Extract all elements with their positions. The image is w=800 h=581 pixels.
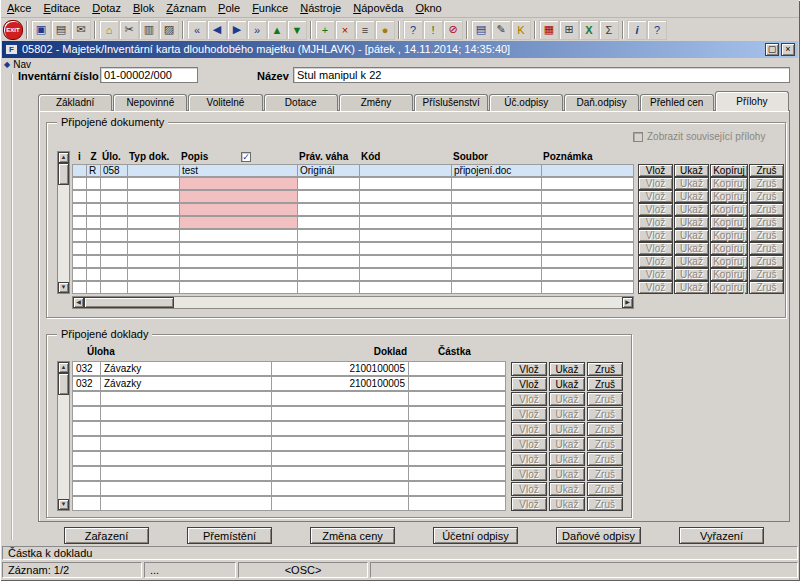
poznamka-cell[interactable] [541,255,634,268]
z-cell[interactable] [86,203,101,216]
menu-pole[interactable]: Pole [212,0,246,17]
z-cell[interactable] [86,216,101,229]
z-cell[interactable] [86,281,101,294]
popis-cell[interactable] [179,216,298,229]
show-related-checkbox[interactable]: Zobrazit související přílohy [633,131,765,143]
popis-filter-checkbox[interactable]: ✓ [241,152,251,162]
scroll-up-icon[interactable]: ▲ [58,152,69,163]
mail-icon[interactable]: ✉ [71,20,91,40]
uloha-code-cell[interactable] [72,481,101,496]
ulo-cell[interactable] [100,203,128,216]
poznamka-cell[interactable] [541,177,634,190]
ukaz-button[interactable]: Ukaž [549,362,585,376]
tab-nepovinne[interactable]: Nepovinné [113,94,187,111]
vloz-button[interactable]: Vlož [638,164,673,177]
close-icon[interactable]: × [781,43,795,56]
kod-cell[interactable] [359,203,452,216]
menu-akce[interactable]: Akce [1,0,37,17]
typ-dok-cell[interactable] [127,268,180,281]
uloha-name-cell[interactable]: Závazky [100,361,272,376]
castka-cell[interactable] [408,361,506,376]
soubor-cell[interactable] [451,177,542,190]
save-icon[interactable]: ▣ [31,20,51,40]
uloha-code-cell[interactable]: 032 [72,376,101,391]
doklad-cell[interactable] [271,436,409,451]
uloha-code-cell[interactable] [72,451,101,466]
prav-vaha-cell[interactable] [297,229,360,242]
z-cell[interactable] [86,190,101,203]
execute-query-icon[interactable]: ! [423,20,443,40]
menu-editace[interactable]: Editace [37,0,86,17]
doklad-cell[interactable] [271,466,409,481]
scroll-thumb[interactable] [84,297,174,308]
ulo-cell[interactable] [100,216,128,229]
insert-record-icon[interactable]: + [315,20,335,40]
uloha-name-cell[interactable] [100,421,272,436]
vloz-button[interactable]: Vlož [511,377,547,391]
prav-vaha-cell[interactable] [297,216,360,229]
kod-cell[interactable] [359,268,452,281]
previous-record-icon[interactable]: ◀ [207,20,227,40]
menu-funkce[interactable]: Funkce [246,0,294,17]
next-block-icon[interactable]: ▼ [287,20,307,40]
popis-cell[interactable] [179,281,298,294]
cancel-query-icon[interactable]: ⊘ [443,20,463,40]
menu-zaznam[interactable]: Záznam [160,0,212,17]
uloha-code-cell[interactable] [72,496,101,511]
uloha-name-cell[interactable] [100,466,272,481]
doklad-cell[interactable]: 2100100005 [271,361,409,376]
zrus-button[interactable]: Zruš [587,362,623,376]
navigator-splitter[interactable] [11,74,13,540]
copy-icon[interactable]: ▥ [139,20,159,40]
typ-dok-cell[interactable] [127,242,180,255]
zrus-button[interactable]: Zruš [749,164,784,177]
soubor-cell[interactable] [451,255,542,268]
vloz-button[interactable]: Vlož [511,362,547,376]
popis-cell[interactable] [179,203,298,216]
keys-icon[interactable]: K [511,20,531,40]
help-icon[interactable]: ? [647,20,667,40]
zmena-ceny-button[interactable]: Změna ceny [310,527,395,544]
poznamka-cell[interactable] [541,203,634,216]
poznamka-cell[interactable] [541,190,634,203]
ulo-cell[interactable] [100,177,128,190]
popis-cell[interactable] [179,268,298,281]
z-cell[interactable] [86,242,101,255]
scroll-left-icon[interactable]: ◀ [73,297,84,308]
kod-cell[interactable] [359,229,452,242]
tab-prilohy[interactable]: Přílohy [715,91,789,111]
menu-nastroje[interactable]: Nástroje [294,0,347,17]
poznamka-cell[interactable] [541,281,634,294]
enter-query-icon[interactable]: ? [403,20,423,40]
cut-icon[interactable]: ✂ [119,20,139,40]
i-cell[interactable] [72,268,87,281]
kod-cell[interactable] [359,216,452,229]
ulo-cell[interactable] [100,190,128,203]
poznamka-cell[interactable] [541,242,634,255]
uloha-code-cell[interactable] [72,436,101,451]
soubor-cell[interactable] [451,281,542,294]
typ-dok-cell[interactable] [127,177,180,190]
kopiruj-button[interactable]: Kopíruj [710,164,748,177]
calendar-icon[interactable]: ▦ [539,20,559,40]
popis-cell[interactable] [179,190,298,203]
castka-cell[interactable] [408,391,506,406]
tab-prehled-cen[interactable]: Přehled cen [640,94,714,111]
popis-cell[interactable] [179,177,298,190]
z-cell[interactable] [86,177,101,190]
doklad-cell[interactable] [271,481,409,496]
kod-cell[interactable] [359,242,452,255]
uloha-name-cell[interactable] [100,391,272,406]
navigator-toggle[interactable]: ◆ Nav [4,59,31,70]
uloha-code-cell[interactable] [72,421,101,436]
uloha-code-cell[interactable]: 032 [72,361,101,376]
prav-vaha-cell[interactable]: Originál [297,164,360,177]
typ-dok-cell[interactable] [127,203,180,216]
paste-icon[interactable]: ▨ [159,20,179,40]
i-cell[interactable] [72,203,87,216]
ulo-cell[interactable] [100,255,128,268]
doklad-cell[interactable] [271,391,409,406]
lock-record-icon[interactable]: ● [375,20,395,40]
menu-blok[interactable]: Blok [127,0,160,17]
castka-cell[interactable] [408,466,506,481]
